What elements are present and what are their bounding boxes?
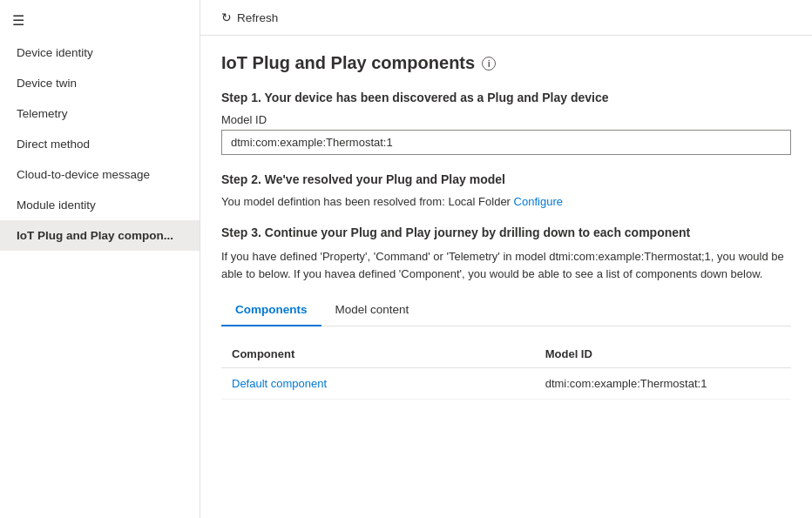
default-component-link[interactable]: Default component: [232, 377, 327, 390]
sidebar-item-cloud-to-device[interactable]: Cloud-to-device message: [0, 159, 200, 190]
sidebar-item-telemetry[interactable]: Telemetry: [0, 98, 200, 129]
toolbar: ↻ Refresh: [200, 0, 812, 36]
table-row: Default component dtmi:com:example:Therm…: [221, 368, 791, 400]
step2-description: You model defintion has been resolved fr…: [221, 195, 791, 208]
model-id-cell: dtmi:com:example:Thermostat:1: [535, 368, 791, 400]
refresh-icon: ↻: [221, 10, 232, 24]
step1-section: Step 1. Your device has been discovered …: [221, 91, 791, 155]
sidebar-item-module-identity[interactable]: Module identity: [0, 190, 200, 220]
sidebar-item-direct-method[interactable]: Direct method: [0, 129, 200, 159]
sidebar: ☰ Device identity Device twin Telemetry …: [0, 0, 200, 518]
step2-section: Step 2. We've resolved your Plug and Pla…: [221, 172, 791, 208]
step2-heading: Step 2. We've resolved your Plug and Pla…: [221, 172, 791, 186]
tab-model-content[interactable]: Model content: [321, 296, 423, 326]
col-header-model-id: Model ID: [535, 340, 791, 368]
col-header-component: Component: [221, 340, 535, 368]
main-panel: ↻ Refresh IoT Plug and Play components i…: [200, 0, 812, 518]
tab-components[interactable]: Components: [221, 296, 321, 326]
model-id-label: Model ID: [221, 113, 791, 126]
step3-heading: Step 3. Continue your Plug and Play jour…: [221, 225, 791, 239]
content-area: IoT Plug and Play components i Step 1. Y…: [200, 36, 812, 518]
page-title-container: IoT Plug and Play components i: [221, 53, 791, 73]
sidebar-item-iot-plug-play[interactable]: IoT Plug and Play compon...: [0, 220, 200, 251]
sidebar-item-device-identity[interactable]: Device identity: [0, 37, 200, 68]
step3-description: If you have defined 'Property', 'Command…: [221, 248, 791, 282]
hamburger-menu[interactable]: ☰: [0, 3, 200, 37]
sidebar-item-device-twin[interactable]: Device twin: [0, 68, 200, 98]
page-title: IoT Plug and Play components: [221, 53, 475, 73]
step1-heading: Step 1. Your device has been discovered …: [221, 91, 791, 104]
refresh-label: Refresh: [237, 11, 278, 24]
tabs-container: Components Model content: [221, 296, 791, 326]
step3-section: Step 3. Continue your Plug and Play jour…: [221, 225, 791, 400]
refresh-button[interactable]: ↻ Refresh: [214, 7, 285, 28]
component-cell: Default component: [221, 368, 535, 400]
info-icon[interactable]: i: [482, 57, 496, 71]
components-table: Component Model ID Default component dtm…: [221, 340, 791, 400]
configure-link[interactable]: Configure: [514, 195, 563, 208]
model-id-input[interactable]: [221, 130, 791, 155]
